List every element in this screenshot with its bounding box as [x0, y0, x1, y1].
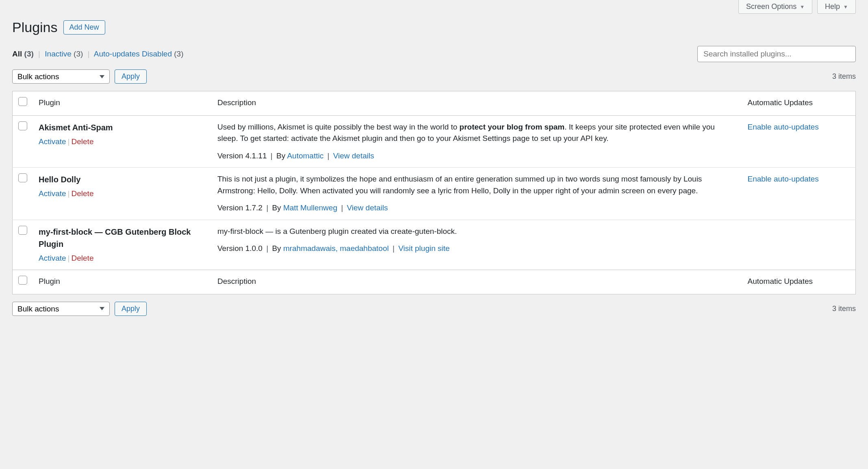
plugin-details-link[interactable]: Visit plugin site — [398, 244, 449, 253]
chevron-down-icon: ▼ — [800, 4, 805, 10]
activate-link[interactable]: Activate — [39, 254, 66, 262]
bulk-actions-select-bottom[interactable]: Bulk actions — [12, 302, 110, 316]
table-row: Hello DollyActivate|DeleteThis is not ju… — [13, 168, 856, 220]
enable-auto-updates-link[interactable]: Enable auto-updates — [748, 175, 819, 183]
screen-options-button[interactable]: Screen Options ▼ — [738, 0, 812, 14]
page-title: Plugins — [12, 17, 58, 38]
table-row: my-first-block — CGB Gutenberg Block Plu… — [13, 220, 856, 270]
plugin-description: Used by millions, Akismet is quite possi… — [217, 121, 736, 145]
row-checkbox[interactable] — [18, 226, 27, 235]
chevron-down-icon: ▼ — [843, 4, 848, 10]
bulk-actions-select[interactable]: Bulk actions — [12, 69, 110, 84]
help-button[interactable]: Help ▼ — [817, 0, 856, 14]
activate-link[interactable]: Activate — [39, 137, 66, 146]
table-row: Akismet Anti-SpamActivate|DeleteUsed by … — [13, 115, 856, 168]
filter-inactive[interactable]: Inactive (3) — [45, 50, 85, 58]
plugin-name: my-first-block — CGB Gutenberg Block Plu… — [39, 226, 206, 250]
apply-button[interactable]: Apply — [115, 69, 147, 84]
filter-auto-updates-disabled[interactable]: Auto-updates Disabled (3) — [94, 50, 184, 58]
plugin-version: Version 1.7.2 — [217, 203, 263, 212]
plugin-author-link[interactable]: Matt Mullenweg — [283, 203, 337, 212]
add-new-button[interactable]: Add New — [63, 20, 105, 35]
column-description: Description — [212, 91, 742, 116]
plugin-status-filters: All (3) | Inactive (3) | Auto-updates Di… — [12, 48, 184, 60]
plugin-name: Hello Dolly — [39, 173, 206, 186]
plugin-meta: Version 4.1.11 | By Automattic | View de… — [217, 150, 736, 162]
search-input[interactable] — [697, 46, 856, 62]
column-auto-updates: Automatic Updates — [742, 91, 856, 116]
activate-link[interactable]: Activate — [39, 189, 66, 198]
plugin-version: Version 1.0.0 — [217, 244, 263, 253]
help-label: Help — [825, 2, 840, 11]
plugin-author-link[interactable]: Automattic — [287, 151, 323, 160]
plugins-table: Plugin Description Automatic Updates Aki… — [12, 91, 856, 294]
screen-options-label: Screen Options — [746, 2, 796, 11]
enable-auto-updates-link[interactable]: Enable auto-updates — [748, 123, 819, 131]
plugin-author-link[interactable]: mrahmadawais, maedahbatool — [283, 244, 389, 253]
delete-link[interactable]: Delete — [72, 137, 94, 146]
select-all-checkbox-footer[interactable] — [18, 276, 27, 285]
apply-button-bottom[interactable]: Apply — [115, 302, 147, 316]
plugin-meta: Version 1.7.2 | By Matt Mullenweg | View… — [217, 202, 736, 214]
plugin-description: my-first-block — is a Gutenberg plugin c… — [217, 226, 736, 238]
column-description-footer: Description — [212, 270, 742, 294]
items-count: 3 items — [832, 71, 856, 82]
plugin-details-link[interactable]: View details — [333, 151, 374, 160]
row-checkbox[interactable] — [18, 173, 27, 182]
plugin-version: Version 4.1.11 — [217, 151, 267, 160]
plugin-details-link[interactable]: View details — [347, 203, 388, 212]
items-count-bottom: 3 items — [832, 303, 856, 314]
column-plugin-footer: Plugin — [33, 270, 212, 294]
row-checkbox[interactable] — [18, 121, 27, 130]
plugin-meta: Version 1.0.0 | By mrahmadawais, maedahb… — [217, 243, 736, 255]
select-all-checkbox[interactable] — [18, 97, 27, 106]
plugin-description: This is not just a plugin, it symbolizes… — [217, 173, 736, 197]
plugin-name: Akismet Anti-Spam — [39, 121, 206, 134]
column-plugin: Plugin — [33, 91, 212, 116]
delete-link[interactable]: Delete — [72, 189, 94, 198]
delete-link[interactable]: Delete — [72, 254, 94, 262]
column-auto-updates-footer: Automatic Updates — [742, 270, 856, 294]
filter-all[interactable]: All (3) — [12, 50, 36, 58]
